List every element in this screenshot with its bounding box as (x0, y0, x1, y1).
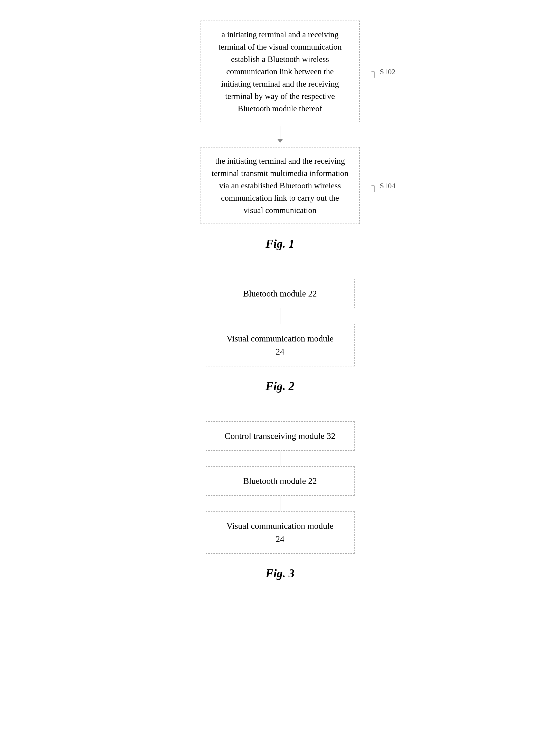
fig3-title: Fig. 3 (265, 567, 294, 580)
fig3-box1-text: Control transceiving module 32 (225, 431, 336, 441)
connector-simple-line-fig3-1 (280, 451, 281, 466)
fig3-box2: Bluetooth module 22 (206, 466, 355, 496)
fig3-section: Control transceiving module 32 Bluetooth… (111, 421, 450, 593)
arrow-down-icon-1 (277, 139, 283, 143)
connector-simple-line-fig3-2 (280, 496, 281, 511)
fig2-box2: Visual communication module 24 (206, 324, 355, 366)
fig1-section: a initiating terminal and a receiving te… (111, 20, 450, 263)
step-s104-box: the initiating terminal and the receivin… (201, 147, 360, 224)
connector-simple-line-fig2 (280, 308, 281, 324)
connector-fig3-2 (280, 496, 281, 511)
arrow-connector-1 (277, 126, 283, 143)
curved-bracket-icon-2: ╮ (371, 180, 378, 192)
step-s104-label: ╮ S104 (371, 180, 396, 192)
step-s104-text: the initiating terminal and the receivin… (212, 156, 348, 215)
step-s102-label: ╮ S102 (371, 66, 396, 78)
connector-fig2 (280, 308, 281, 324)
fig2-box1: Bluetooth module 22 (206, 279, 355, 308)
fig3-box3-text: Visual communication module 24 (226, 521, 334, 544)
fig2-section: Bluetooth module 22 Visual communication… (111, 279, 450, 406)
connector-line-1 (280, 126, 281, 139)
fig2-box2-text: Visual communication module 24 (226, 334, 334, 356)
fig3-box2-text: Bluetooth module 22 (243, 476, 317, 486)
connector-fig3-1 (280, 451, 281, 466)
fig3-box1: Control transceiving module 32 (206, 421, 355, 451)
fig1-title: Fig. 1 (265, 237, 294, 251)
step-s102-text: a initiating terminal and a receiving te… (219, 30, 342, 113)
fig2-box1-text: Bluetooth module 22 (243, 289, 317, 298)
fig3-box3: Visual communication module 24 (206, 511, 355, 554)
step-s102-box: a initiating terminal and a receiving te… (201, 20, 360, 122)
page-container: a initiating terminal and a receiving te… (100, 0, 460, 740)
fig2-title: Fig. 2 (265, 379, 294, 393)
curved-bracket-icon: ╮ (371, 66, 378, 78)
